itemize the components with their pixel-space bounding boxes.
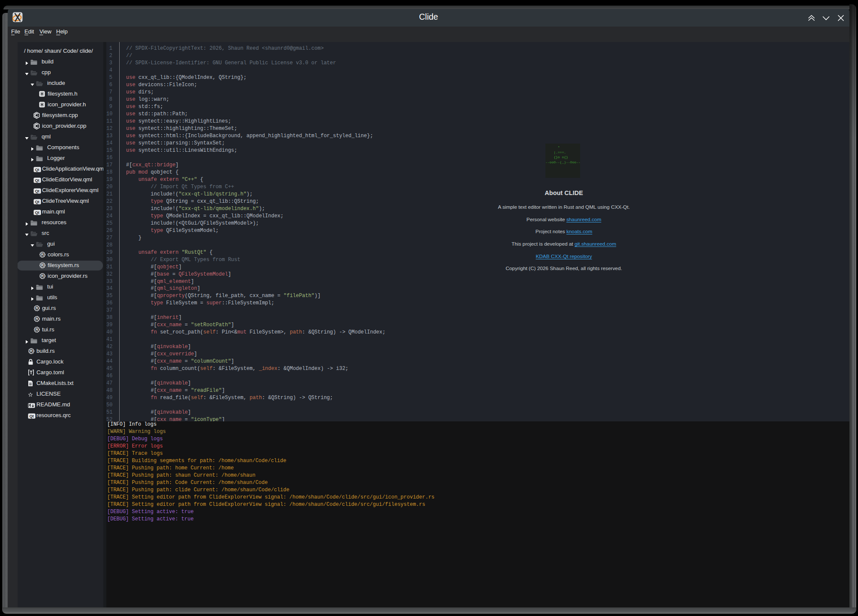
svg-text:R: R — [36, 306, 39, 310]
svg-text:R: R — [30, 349, 33, 353]
svg-text:Qt: Qt — [29, 414, 34, 418]
svg-text:Qt: Qt — [35, 199, 39, 204]
svg-text:Qt: Qt — [35, 210, 39, 215]
svg-text:R: R — [41, 274, 44, 278]
svg-text:Qt: Qt — [35, 178, 39, 183]
svg-text:Qt: Qt — [35, 189, 39, 193]
svg-text:Qt: Qt — [35, 167, 39, 172]
svg-text:R: R — [41, 263, 44, 267]
svg-text:R: R — [36, 328, 39, 332]
svg-text:R: R — [41, 252, 44, 257]
svg-text:R: R — [36, 317, 39, 321]
